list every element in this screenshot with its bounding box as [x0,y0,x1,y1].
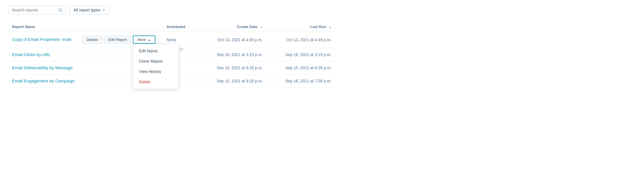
sort-icon-last-run: ▲ [328,25,331,29]
report-name-cell: Copy of Email Properties- multi Details … [9,31,163,48]
table-header: Report Name Scheduled Create Date ▲ Last… [9,22,335,31]
create-date-cell: Sep 16, 2021 at 3:15 p.m. [197,48,266,61]
table-body: Copy of Email Properties- multi Details … [9,31,335,88]
report-name-link[interactable]: Email Clicks by URL [12,52,51,57]
create-date-cell: Oct 13, 2021 at 4:49 p.m. [197,31,266,48]
report-name-link[interactable]: Email Deliverability by Message [12,65,73,70]
last-run-cell: Sep 15, 2021 at 9:28 p.m. [266,61,335,74]
search-input[interactable] [12,8,56,12]
chevron-up-icon: ▲ [148,38,151,41]
details-button[interactable]: Details [82,36,102,43]
edit-report-button[interactable]: Edit Report [104,36,131,43]
chevron-down-icon: ▾ [103,8,105,12]
menu-item-clone-report[interactable]: Clone Report [133,56,178,66]
col-create-date[interactable]: Create Date ▲ [197,22,266,31]
last-run-cell: Oct 13, 2021 at 4:49 p.m. [266,31,335,48]
more-dropdown-wrapper: More ▲ Edit Name ☞ Clone Report [133,35,155,44]
svg-line-1 [61,11,62,12]
dropdown-label: All report types [74,8,100,12]
menu-item-edit-name[interactable]: Edit Name ☞ [133,46,178,56]
main-container: All report types ▾ Report Name Scheduled… [0,0,343,93]
col-last-run[interactable]: Last Run ▲ [266,22,335,31]
toolbar: All report types ▾ [9,6,335,14]
create-date-cell: Sep 15, 2021 at 9:28 p.m. [197,61,266,74]
menu-item-delete[interactable]: Delete [133,77,178,87]
report-type-dropdown[interactable]: All report types ▾ [69,6,109,14]
reports-table: Report Name Scheduled Create Date ▲ Last… [9,22,335,88]
search-box[interactable] [9,6,66,14]
col-report-name: Report Name [9,22,163,31]
col-scheduled: Scheduled [163,22,197,31]
more-dropdown-menu: Edit Name ☞ Clone Report View History [133,44,179,89]
create-date-cell: Sep 15, 2021 at 9:28 p.m. [197,74,266,88]
table-row: Copy of Email Properties- multi Details … [9,31,335,48]
menu-item-view-history[interactable]: View History [133,66,178,77]
search-icon [58,8,63,12]
more-button[interactable]: More ▲ [133,35,155,44]
last-run-cell: Sep 16, 2021 at 7:00 a.m. [266,74,335,88]
action-buttons: Details Edit Report More ▲ Edit Name [82,35,155,44]
report-name-link[interactable]: Copy of Email Properties- multi [12,37,71,42]
report-name-link[interactable]: Email Engagement by Campaign [12,78,75,83]
sort-icon-create-date: ▲ [260,25,263,29]
last-run-cell: Sep 16, 2021 at 3:15 p.m. [266,48,335,61]
